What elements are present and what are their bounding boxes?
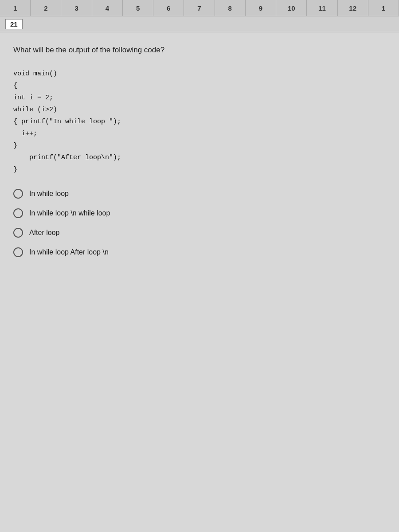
nav-item-7[interactable]: 7	[184, 0, 215, 16]
nav-item-13[interactable]: 1	[368, 0, 399, 16]
nav-item-9[interactable]: 9	[246, 0, 276, 16]
radio-1[interactable]	[13, 208, 23, 218]
question-content: What will be the output of the following…	[0, 32, 399, 532]
option-label-2: After loop	[29, 229, 59, 237]
code-line-8: { printf("In while loop ");	[13, 116, 386, 128]
radio-2[interactable]	[13, 228, 23, 238]
question-number-box: 21	[5, 19, 23, 29]
code-line-2: {	[13, 80, 386, 92]
code-line-10: i++;	[13, 128, 386, 140]
question-text: What will be the output of the following…	[13, 46, 386, 55]
option-item-2[interactable]: After loop	[13, 228, 386, 238]
nav-item-12[interactable]: 12	[338, 0, 368, 16]
option-label-3: In while loop After loop \n	[29, 248, 109, 256]
code-block: void main(){int i = 2;while (i>2){ print…	[13, 68, 386, 176]
nav-item-5[interactable]: 5	[123, 0, 153, 16]
option-item-3[interactable]: In while loop After loop \n	[13, 247, 386, 257]
nav-item-4[interactable]: 4	[92, 0, 123, 16]
question-number-row: 21	[0, 16, 399, 32]
option-label-0: In while loop	[29, 190, 69, 198]
nav-item-2[interactable]: 2	[31, 0, 61, 16]
code-line-14: printf("After loop\n");	[13, 152, 386, 164]
nav-item-6[interactable]: 6	[153, 0, 184, 16]
code-line-12: }	[13, 140, 386, 152]
nav-item-1[interactable]: 1	[0, 0, 31, 16]
nav-item-11[interactable]: 11	[307, 0, 337, 16]
nav-item-8[interactable]: 8	[215, 0, 246, 16]
code-line-4: int i = 2;	[13, 92, 386, 104]
options-section: In while loopIn while loop \n while loop…	[13, 189, 386, 257]
nav-item-10[interactable]: 10	[276, 0, 307, 16]
option-label-1: In while loop \n while loop	[29, 209, 110, 217]
radio-0[interactable]	[13, 189, 23, 199]
code-line-0: void main()	[13, 68, 386, 80]
option-item-0[interactable]: In while loop	[13, 189, 386, 199]
top-navigation: 1234567891011121	[0, 0, 399, 16]
radio-3[interactable]	[13, 247, 23, 257]
code-line-16: }	[13, 164, 386, 176]
code-line-6: while (i>2)	[13, 104, 386, 116]
option-item-1[interactable]: In while loop \n while loop	[13, 208, 386, 218]
nav-item-3[interactable]: 3	[61, 0, 92, 16]
